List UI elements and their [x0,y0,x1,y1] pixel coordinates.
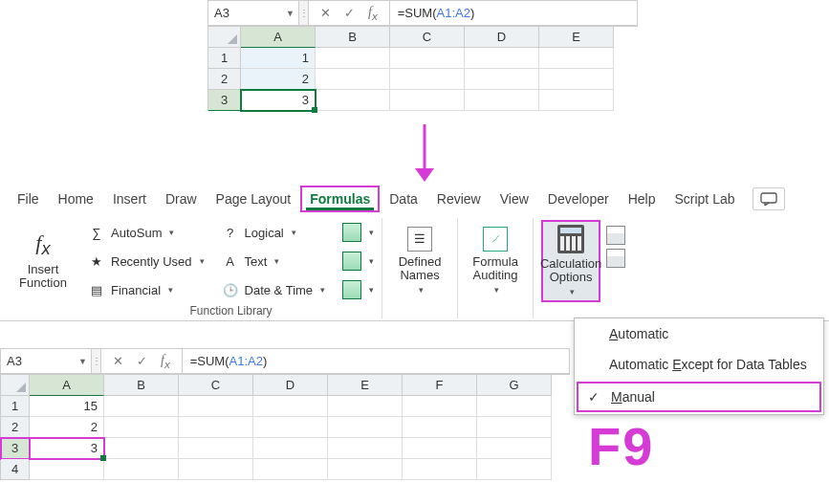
tab-file[interactable]: File [8,186,49,212]
row-header[interactable]: 1 [208,48,241,69]
row-header[interactable]: 4 [1,459,30,480]
cell[interactable] [179,438,253,459]
more-functions-button[interactable]: ▾ [342,277,374,302]
date-time-button[interactable]: 🕒Date & Time▾ [222,277,326,302]
cell[interactable] [477,417,552,438]
col-header-C[interactable]: C [179,375,253,396]
accept-icon[interactable]: ✓ [137,354,147,368]
name-box[interactable]: A3 ▼ [207,0,299,26]
formula-input[interactable]: =SUM(A1:A2) [390,0,638,26]
cell[interactable] [179,459,253,480]
top-grid[interactable]: A B C D E 1 1 2 2 3 3 [207,27,638,111]
row-header[interactable]: 3 [208,90,241,111]
cell[interactable] [179,417,253,438]
calculate-now-button[interactable] [606,226,625,245]
cell[interactable] [465,48,539,69]
col-header-A[interactable]: A [30,375,104,396]
financial-button[interactable]: ▤Financial▾ [88,277,205,302]
menu-item-automatic[interactable]: Automatic [575,318,823,349]
chevron-down-icon[interactable]: ▼ [286,9,295,18]
cell[interactable] [539,90,614,111]
chevron-down-icon[interactable]: ▾ [369,228,374,237]
row-header[interactable]: 3 [1,438,30,459]
name-box[interactable]: A3 ▼ [0,348,92,374]
text-button[interactable]: AText▾ [222,249,326,274]
cell[interactable] [104,417,179,438]
lookup-ref-button[interactable]: ▾ [342,220,374,245]
formula-input[interactable]: =SUM(A1:A2) [183,348,570,374]
cell[interactable] [316,90,390,111]
chevron-down-icon[interactable]: ▾ [169,228,174,237]
tab-developer[interactable]: Developer [538,186,619,212]
cell[interactable] [179,396,253,417]
col-header-B[interactable]: B [104,375,179,396]
tab-insert[interactable]: Insert [103,186,156,212]
tab-home[interactable]: Home [49,186,103,212]
chevron-down-icon[interactable]: ▾ [168,285,173,295]
fx-icon[interactable]: fx [368,5,378,22]
row-header[interactable]: 2 [208,69,241,90]
chevron-down-icon[interactable]: ▾ [292,228,296,237]
chevron-down-icon[interactable]: ▾ [200,256,205,266]
cell-A1[interactable]: 1 [241,48,316,69]
cell[interactable] [328,438,403,459]
cell[interactable] [390,90,465,111]
menu-item-auto-except[interactable]: Automatic Except for Data Tables [575,349,823,380]
tab-view[interactable]: View [491,186,538,212]
chevron-down-icon[interactable]: ▾ [369,285,374,295]
chevron-down-icon[interactable]: ▾ [369,256,374,266]
tab-review[interactable]: Review [427,186,491,212]
row-header[interactable]: 2 [1,417,30,438]
col-header-A[interactable]: A [241,27,316,48]
cell[interactable] [316,69,390,90]
cell-A3-active[interactable]: 3 [30,438,104,459]
cancel-icon[interactable]: ✕ [113,354,123,368]
cell-A3-active[interactable]: 3 [241,90,316,111]
select-all-corner[interactable] [208,27,241,48]
cell[interactable] [477,396,552,417]
select-all-corner[interactable] [1,375,30,396]
cell[interactable] [477,438,552,459]
formula-auditing-button[interactable]: ⟋ Formula Auditing ▾ [466,220,525,302]
defined-names-button[interactable]: ☰ Defined Names ▾ [390,220,449,302]
chevron-down-icon[interactable]: ▾ [274,256,279,266]
col-header-E[interactable]: E [539,27,614,48]
col-header-B[interactable]: B [316,27,390,48]
calculate-sheet-button[interactable] [606,249,625,268]
cancel-icon[interactable]: ✕ [320,6,331,20]
cell[interactable] [316,48,390,69]
comments-button[interactable] [753,187,785,210]
cell[interactable] [104,438,179,459]
cell[interactable] [328,459,403,480]
tab-help[interactable]: Help [619,186,665,212]
cell[interactable] [328,417,403,438]
fx-icon[interactable]: fx [161,353,170,370]
col-header-C[interactable]: C [390,27,465,48]
chevron-down-icon[interactable]: ▾ [419,286,424,296]
cell[interactable] [403,459,477,480]
col-header-F[interactable]: F [403,375,477,396]
tab-script-lab[interactable]: Script Lab [665,186,744,212]
col-header-D[interactable]: D [465,27,539,48]
cell[interactable] [253,417,328,438]
cell-A2[interactable]: 2 [30,417,104,438]
cell[interactable] [390,69,465,90]
bottom-grid[interactable]: A B C D E F G 1 15 2 2 3 3 4 [0,375,570,480]
cell[interactable] [477,459,552,480]
chevron-down-icon[interactable]: ▾ [320,285,325,295]
cell[interactable] [253,438,328,459]
cell[interactable] [253,396,328,417]
tab-formulas[interactable]: Formulas [300,186,380,212]
cell[interactable] [328,396,403,417]
cell-A4[interactable] [30,459,104,480]
calculation-options-button[interactable]: Calculation Options ▾ [541,220,600,302]
col-header-E[interactable]: E [328,375,403,396]
row-header[interactable]: 1 [1,396,30,417]
cell[interactable] [390,48,465,69]
autosum-button[interactable]: ∑AutoSum▾ [88,220,205,245]
cell[interactable] [253,459,328,480]
col-header-G[interactable]: G [477,375,552,396]
tab-page-layout[interactable]: Page Layout [207,186,301,212]
cell[interactable] [465,90,539,111]
cell[interactable] [403,396,477,417]
